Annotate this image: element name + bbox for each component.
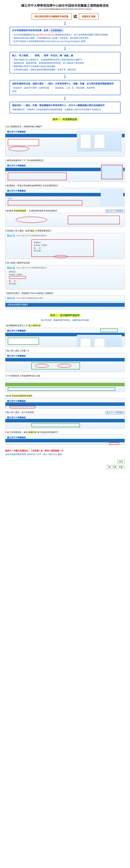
- s1-3-label: 3.點選書目，即會出現該書詳細借閱資訊【包含通閱資訊】: [5, 184, 125, 187]
- mock-screenshot-b5: 國立空中大學圖書館: [5, 414, 125, 429]
- step1-note1: * 您可由本校圖書館首頁(: [12, 33, 36, 36]
- arrow-down-icon: ⇩: [5, 96, 125, 101]
- step2-head: 輸入「登入帳號」、「密碼」，選擇「身份別」欄「確認」鍵: [12, 54, 118, 57]
- s1-4-labelb: ，左邊說明框為校本部館員通知】: [27, 210, 58, 212]
- step1-note2: * 搜尋結果僅列線上館藏，全部館藏狀況以上線後二日後更新，藉此會顯示更多資料: [12, 37, 89, 39]
- s2-6-labelb: 後方提供的取消鈕即可: [37, 431, 58, 433]
- step3-head: 核對取書館和信箱，確認勾選於「一週內」去學習指導中心「借書」取書，並勾選同意處理…: [12, 82, 118, 85]
- s2-1-btn[interactable]: 個人借閱紀錄: [28, 324, 41, 327]
- s1-4-label: 4.點選後: [5, 210, 13, 212]
- mock-screenshot-3: 國立空中大學圖書館 分享: [5, 188, 125, 207]
- nav-bar: [5, 419, 125, 422]
- s1-5-btn[interactable]: 確定: [30, 229, 34, 232]
- step3-note1: * 除自取外，讀者亦可選擇「以郵寄收書」、「親自取書」二途，由「指定服務」頁面申…: [12, 87, 95, 89]
- inline-button-tongyue[interactable]: 本校通閱服務: [50, 29, 63, 32]
- field-name: 讀者姓名：: [9, 271, 97, 273]
- s2-1-label: 1.點選圖書館首頁右上方: [5, 324, 28, 327]
- green-tab: [5, 383, 125, 386]
- step1-head: 於本校館藏查詢系統查得該書，點選: [12, 29, 48, 32]
- mylib-logo: MyLib: [7, 297, 15, 300]
- s1-2-label: 2.搜尋結果條列於下方【右側為鄰書實訊】: [5, 159, 125, 162]
- attach2-sub: 提出申請後，圖書館會寄發通知，提醒取書或代缺書: [5, 319, 125, 322]
- page-subtitle: 本文件由校本部圖書館編製若有疑問請致電(02)22829355#5715林先生: [5, 8, 125, 10]
- callout-renew: 續借: [117, 460, 125, 464]
- page-title: 國立空中大學學習指導中心師生申請校本部圖書之通閱服務流程: [5, 3, 125, 8]
- search-box-highlight[interactable]: [8, 139, 39, 146]
- mock-screenshot-4: [5, 213, 125, 227]
- nav-bar: [5, 402, 125, 406]
- arrow-down-icon: ⇩: [5, 74, 125, 79]
- lib-logo: 國立空中大學圖書館: [7, 436, 26, 439]
- lib-logo: 國立空中大學圖書館: [7, 329, 26, 332]
- step-box-1: 於本校館藏查詢系統查得該書，點選 本校通閱服務 * 您可由本校圖書館首頁( ht…: [9, 27, 121, 45]
- field-email: 電子信箱：: [9, 282, 97, 285]
- callout-return: 贈、買書、還書: [107, 465, 125, 469]
- s2-6-btn[interactable]: 放棄申請: [28, 431, 37, 433]
- mock-screenshot-b1: 國立空中大學圖書館: [5, 328, 125, 347]
- mock-screenshot-6: MyLibMyLib 國立空中大學圖書館館藏查詢 讀者姓名： 取 書 館：請選擇…: [5, 265, 125, 289]
- mock-screenshot-b4: 國立空中大學圖書館: [5, 398, 125, 408]
- confirm-circ: [54, 255, 68, 258]
- field-lib: 取 書 館：請選擇: [34, 244, 91, 247]
- step1-url2[interactable]: http://hylib.nou.edu.tw/cgi-bin/spydus: [46, 40, 80, 42]
- s1-1-label: 1.進入圖書館首頁，館藏查詢輸入關鍵字: [5, 125, 125, 128]
- lib-logo: 國立空中大學圖書館: [7, 164, 26, 167]
- s1-4-btn[interactable]: 本校通閱服務: [14, 210, 26, 212]
- share-label: 分享: [8, 197, 11, 200]
- field-lib: 取 書 館：請選擇: [9, 273, 97, 276]
- nav-bar: [5, 358, 125, 362]
- red-circle-highlight: [8, 146, 29, 151]
- attach2-label: 附件二：取消通閱申請說明: [49, 313, 81, 317]
- s2-5-label: 5.輸入登入資訊，進入申請頁面: [5, 411, 34, 413]
- book-carousel: [77, 131, 122, 152]
- side-pane: [101, 189, 123, 205]
- green-login-highlight2: [31, 423, 80, 427]
- mylib-sub: MyLib 國立空中大學圖書館館藏查詢: [17, 267, 47, 269]
- mock-screenshot-7: MyLibMyLib 整合性圖書館自動化系統 申請本校通閱中調書單: [5, 296, 125, 309]
- green-row-highlight: [8, 387, 115, 391]
- step4-head: 讀者依約「一週內」取書，變速圖書館本學習指導中心，至本中心圖書館櫃台辦完成借書程…: [12, 104, 118, 107]
- field-name: 讀者姓名：: [34, 241, 91, 244]
- step3-note2: 説明: [12, 90, 17, 93]
- s1-5-label: 5.系統跳入登入畫面，點選: [5, 229, 30, 232]
- lib-logo: 國立空中大學圖書館: [7, 189, 26, 192]
- mylib-logo: MyLib: [7, 234, 15, 237]
- field-email: 電子信箱：: [34, 249, 91, 252]
- attach1-label: 附件一：申請通閱流程: [52, 118, 78, 121]
- lib-logo: 國立空中大學圖書館: [7, 400, 26, 403]
- or-label: 或: [73, 14, 77, 19]
- intro-box-left: 請先查詢您鄰近的圖書館有無該書: [32, 13, 72, 20]
- search-box[interactable]: [8, 338, 39, 345]
- cancel-circ: [109, 442, 120, 445]
- mock-screenshot-5: MyLib MyLib 國立空中大學圖書館館藏查詢 讀者姓名： 取 書 館：請選…: [5, 233, 125, 259]
- s1-7-label: 7.確認申請成功，系統轉至 MyLib 讀者個人化服務頁: [5, 292, 125, 295]
- red-input-circ2: [57, 364, 71, 368]
- step1-note1b: )館藏查詢區塊進入，輸入欲借閱書目關鍵字搜尋本校館藏: [55, 33, 108, 36]
- step-box-2: 輸入「登入帳號」、「密碼」，選擇「身份別」欄「確認」鍵 * 系統可能提示您上載資…: [9, 52, 121, 73]
- select-circ[interactable]: [9, 276, 26, 279]
- lib-logo: 國立空中大學圖書館: [7, 416, 26, 419]
- s2-4-btn[interactable]: 申請本校通閱申請書單: [11, 395, 32, 397]
- lib-tag-right: 國立空中大學圖書館: [105, 411, 125, 414]
- mock-screenshot-2: 國立空中大學圖書館: [5, 163, 125, 182]
- field-note: 備 註：: [9, 280, 97, 282]
- mylib-logo: MyLib: [7, 266, 15, 270]
- lib-logo: 國立空中大學圖書館: [7, 130, 26, 133]
- sidepane-highlight: [101, 165, 123, 179]
- step1-url1[interactable]: http://lib.nou.edu.tw/: [36, 33, 54, 36]
- step2-note2: * 續借無誤後，帳號為學號，密碼與帳號相同(即學號)，登入後請自行更改密碼: [12, 62, 84, 64]
- s2-3-label: 3.下方查閱您的【本校通閱申請】紀錄: [5, 374, 125, 377]
- s2-6-label: 6.進入申請後頁面，確認: [5, 431, 28, 433]
- red-link-circ: [9, 406, 36, 408]
- step-box-4: 讀者依約「一週內」取書，變速圖書館本學習指導中心，至本中心圖書館櫃台辦完成借書程…: [9, 102, 121, 113]
- field-note: 備 註：: [34, 247, 91, 249]
- step2-note3: * 帳號與數位學習平台及教務行政資訊系統連動: [12, 65, 55, 67]
- s2-4-label: 4.點選: [5, 395, 11, 397]
- arrow-down-icon: ⇩: [5, 21, 125, 26]
- mylib-status-bar: 申請本校通閱中調書單: [5, 303, 125, 307]
- step2-note1: * 系統可能提示您上載資訊卡，完成後請重新由本登入後查詢前面的步驟即可: [12, 59, 82, 61]
- note-highlight: [68, 216, 120, 224]
- mock-screenshot-1: 國立空中大學圖書館: [5, 129, 125, 157]
- footer-contact: 如有其他疑問歡迎致電【校本部】5715，請洽【林先生】解說: [5, 453, 125, 456]
- dashed-divider: [5, 302, 125, 302]
